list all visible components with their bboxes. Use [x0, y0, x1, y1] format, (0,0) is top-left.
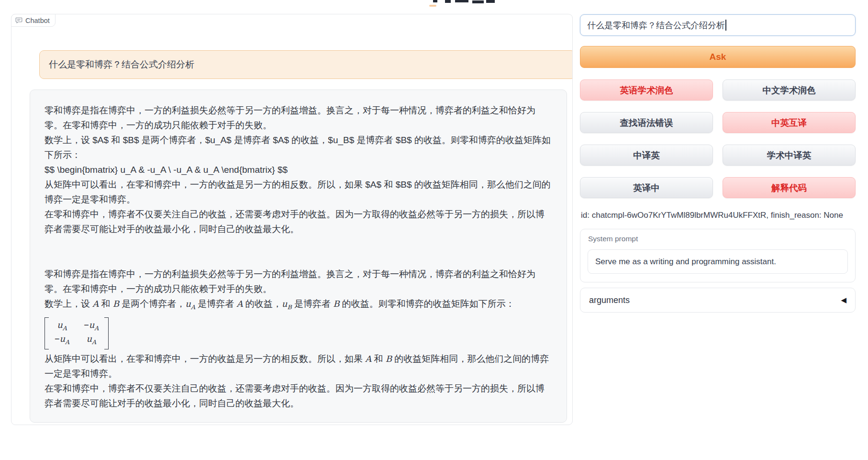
bot-rendered-paragraph: 零和博弈是指在博弈中，一方的利益损失必然等于另一方的利益增益。换言之，对于每一种…: [45, 267, 552, 296]
bot-raw-paragraph: 在零和博弈中，博弈者不仅要关注自己的收益，还需要考虑对手的收益。因为一方取得的收…: [45, 207, 552, 236]
quick-button-chinese-academic-polish[interactable]: 中文学术润色: [723, 79, 856, 101]
quick-button-zh-en-mutual-translate[interactable]: 中英互译: [723, 112, 856, 133]
system-prompt-input[interactable]: Serve me as a writing and programming as…: [588, 249, 848, 274]
bot-message-bubble: 零和博弈是指在博弈中，一方的利益损失必然等于另一方的利益增益。换言之，对于每一种…: [30, 90, 567, 423]
question-input-value: 什么是零和博弈？结合公式介绍分析: [587, 20, 725, 31]
system-prompt-value: Serve me as a writing and programming as…: [595, 257, 776, 267]
title-glyph-fragment: [486, 0, 495, 3]
bot-raw-latex-source: $$ \begin{bmatrix} u_A & -u_A \ -u_A & u…: [45, 162, 552, 177]
text-caret: [725, 20, 726, 31]
matrix-right-bracket: [104, 317, 109, 349]
user-message-bubble: 什么是零和博弈？结合公式介绍分析: [39, 50, 573, 79]
payoff-matrix: uA −uA −uA uA: [45, 317, 109, 349]
quick-action-grid: 英语学术润色 中文学术润色 查找语法错误 中英互译 中译英 学术中译英 英译中 …: [580, 79, 856, 198]
quick-button-zh-to-en[interactable]: 中译英: [580, 145, 713, 166]
quick-button-label: 查找语法错误: [620, 117, 673, 129]
bot-rendered-paragraph: 数学上，设 A 和 B 是两个博弈者，uA 是博弈者 A 的收益，uB 是博弈者…: [45, 296, 552, 314]
chatbot-label: Chatbot: [11, 14, 56, 27]
bot-rendered-paragraph: 在零和博弈中，博弈者不仅要关注自己的收益，还需要考虑对手的收益。因为一方取得的收…: [45, 381, 552, 411]
matrix-left-bracket: [45, 317, 49, 349]
quick-button-academic-zh-to-en[interactable]: 学术中译英: [723, 145, 856, 166]
title-glyph-fragment: [455, 0, 468, 2]
quick-button-find-grammar-errors[interactable]: 查找语法错误: [580, 112, 713, 133]
quick-button-label: 英译中: [633, 182, 660, 194]
bot-message-raw-markdown: 零和博弈是指在博弈中，一方的利益损失必然等于另一方的利益增益。换言之，对于每一种…: [45, 103, 552, 236]
quick-button-label: 英语学术润色: [620, 84, 673, 96]
quick-button-label: 学术中译英: [767, 149, 812, 161]
chatbot-panel: 什么是零和博弈？结合公式介绍分析 零和博弈是指在博弈中，一方的利益损失必然等于另…: [11, 14, 573, 425]
quick-button-label: 中英互译: [771, 117, 807, 129]
system-prompt-group: System prompt Serve me as a writing and …: [580, 229, 856, 282]
bot-raw-paragraph: 零和博弈是指在博弈中，一方的利益损失必然等于另一方的利益增益。换言之，对于每一种…: [45, 103, 552, 133]
clipped-page-title: [0, 0, 868, 8]
matrix-cell: uA: [86, 333, 96, 348]
title-glyph-fragment: [472, 0, 484, 3]
bot-message-rendered: 零和博弈是指在博弈中，一方的利益损失必然等于另一方的利益增益。换言之，对于每一种…: [45, 267, 552, 411]
quick-button-label: 中译英: [633, 149, 660, 161]
response-status-line: id: chatcmpl-6wOo7KrYTwMl89lbrMWRu4UkFFX…: [581, 211, 843, 220]
arguments-accordion-label: arguments: [589, 295, 630, 305]
quick-button-label: 中文学术润色: [763, 84, 816, 96]
bot-rendered-paragraph: 从矩阵中可以看出，在零和博弈中，一方的收益是另一方的相反数。所以，如果 A 和 …: [45, 351, 552, 381]
matrix-cells: uA −uA −uA uA: [49, 317, 104, 349]
quick-button-explain-code[interactable]: 解释代码: [723, 177, 856, 198]
system-prompt-label: System prompt: [588, 235, 638, 243]
title-accent-fragment: [429, 5, 436, 7]
app-screen: 什么是零和博弈？结合公式介绍分析 零和博弈是指在博弈中，一方的利益损失必然等于另…: [0, 0, 868, 460]
quick-button-english-academic-polish[interactable]: 英语学术润色: [580, 79, 713, 101]
bot-raw-paragraph: 从矩阵中可以看出，在零和博弈中，一方的收益是另一方的相反数。所以，如果 $A$ …: [45, 177, 552, 207]
matrix-cell: uA: [57, 319, 67, 334]
title-glyph-fragment: [433, 0, 437, 2]
chat-bubble-icon: [15, 17, 22, 24]
question-input[interactable]: 什么是零和博弈？结合公式介绍分析: [580, 14, 856, 36]
accordion-collapse-icon: ◀: [841, 296, 846, 304]
quick-button-label: 解释代码: [771, 182, 807, 194]
user-message-text: 什么是零和博弈？结合公式介绍分析: [49, 59, 194, 69]
ask-button-label: Ask: [710, 52, 726, 62]
chatbot-label-text: Chatbot: [25, 17, 50, 24]
bot-raw-paragraph: 数学上，设 $A$ 和 $B$ 是两个博弈者，$u_A$ 是博弈者 $A$ 的收…: [45, 133, 552, 162]
quick-button-en-to-zh[interactable]: 英译中: [580, 177, 713, 198]
matrix-cell: −uA: [84, 319, 99, 334]
arguments-accordion-header[interactable]: arguments ◀: [580, 288, 856, 313]
title-glyph-fragment: [445, 0, 451, 3]
matrix-cell: −uA: [55, 333, 69, 348]
ask-button[interactable]: Ask: [580, 46, 856, 68]
